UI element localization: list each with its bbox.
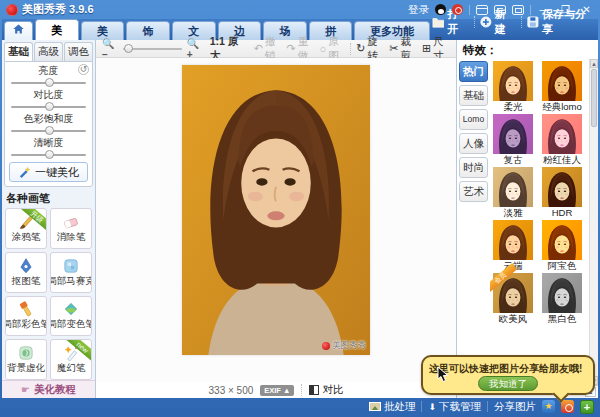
- category-fashion[interactable]: 时尚: [459, 157, 488, 178]
- tab-beautify[interactable]: 美化: [35, 19, 79, 40]
- beautify-tutorial-link[interactable]: ☛ 美化教程: [2, 380, 95, 398]
- category-lomo[interactable]: Lomo: [459, 109, 488, 130]
- tab-home[interactable]: [4, 21, 33, 40]
- tab-advanced[interactable]: 高级: [34, 42, 63, 61]
- divider: [301, 384, 302, 396]
- sharpness-label: 清晰度: [9, 136, 88, 150]
- weibo-share-icon[interactable]: [561, 400, 574, 413]
- qq-icon[interactable]: [435, 4, 446, 15]
- effect-western-style[interactable]: 会员 欧美风: [493, 273, 533, 325]
- zoom-in-icon[interactable]: 🔍+: [187, 38, 203, 60]
- cutout-pen-icon: [17, 257, 35, 275]
- scrollbar-thumb[interactable]: [591, 69, 597, 127]
- got-it-button[interactable]: 我知道了: [478, 376, 538, 391]
- sharpness-slider[interactable]: [11, 150, 86, 159]
- redo-icon: ↷: [287, 42, 296, 55]
- effect-thumbnail: [493, 167, 533, 207]
- add-share-target-button[interactable]: +: [580, 400, 594, 414]
- category-portrait[interactable]: 人像: [459, 133, 488, 154]
- saturation-slider[interactable]: [11, 126, 86, 135]
- effect-classic-lomo[interactable]: 经典lomo: [542, 61, 582, 113]
- app-logo-icon: [6, 4, 18, 16]
- share-image-button[interactable]: 分享图片: [494, 400, 536, 414]
- brush-mosaic[interactable]: 局部马赛克: [50, 252, 92, 293]
- brush-grid: 升级 涂鸦笔 消除笔 抠图笔 局部马赛克 局部: [2, 208, 95, 380]
- one-key-beautify-button[interactable]: 一键美化: [9, 162, 88, 182]
- effect-hdr[interactable]: HDR: [542, 167, 582, 219]
- slider-knob[interactable]: [45, 78, 54, 87]
- adjust-panel: 基础 高级 调色 ↺ 亮度 对比度 色彩饱和度 清晰: [2, 40, 96, 398]
- effects-scrollbar[interactable]: ▲ ▼: [589, 59, 598, 385]
- slider-knob[interactable]: [45, 150, 54, 159]
- batch-process-button[interactable]: 批处理: [369, 400, 416, 414]
- brush-local-color-pen[interactable]: 局部彩色笔: [5, 296, 47, 337]
- effect-vintage[interactable]: 复古: [493, 114, 533, 166]
- brush-recolor-pen[interactable]: 局部变色笔: [50, 296, 92, 337]
- zoom-slider[interactable]: [123, 44, 182, 53]
- slider-knob[interactable]: [45, 102, 54, 111]
- qzone-icon[interactable]: ★: [542, 400, 555, 413]
- color-brush-icon: [17, 300, 35, 318]
- canvas-toolbar: 🔍− 🔍+ 1:1 原大 ↶撤销 ↷重做 ○原图 ↻旋转 ✂裁剪 ⊞尺寸: [96, 40, 456, 58]
- effect-black-white[interactable]: 黑白色: [542, 273, 582, 325]
- brightness-slider[interactable]: [11, 78, 86, 87]
- eraser-icon: [62, 213, 80, 231]
- zoom-out-icon[interactable]: 🔍−: [102, 38, 118, 60]
- feedback-icon[interactable]: [494, 5, 506, 15]
- category-basic[interactable]: 基础: [459, 85, 488, 106]
- canvas-area: 🔍− 🔍+ 1:1 原大 ↶撤销 ↷重做 ○原图 ↻旋转 ✂裁剪 ⊞尺寸: [96, 40, 456, 398]
- photo[interactable]: 美图秀秀: [182, 65, 370, 355]
- contrast-slider[interactable]: [11, 102, 86, 111]
- save-share-button[interactable]: 保存与分享: [527, 7, 596, 37]
- window-mode-icon[interactable]: [512, 5, 524, 15]
- tab-tone[interactable]: 调色: [64, 42, 93, 61]
- home-icon: [12, 23, 25, 35]
- watermark-logo-icon: [322, 342, 330, 350]
- effect-pink-lady[interactable]: 粉红佳人: [542, 114, 582, 166]
- category-art[interactable]: 艺术: [459, 181, 488, 202]
- adjust-tabs: 基础 高级 调色: [2, 40, 95, 61]
- compare-button[interactable]: 对比: [309, 383, 343, 397]
- effect-abao-color[interactable]: 阿宝色: [542, 220, 582, 272]
- reset-icon[interactable]: ↺: [78, 64, 89, 75]
- exif-button[interactable]: EXIF ▲: [260, 385, 294, 396]
- watermark: 美图秀秀: [322, 340, 366, 352]
- effect-thumbnail: [542, 167, 582, 207]
- effect-thumbnail: [493, 61, 533, 101]
- plus-circle-icon: [480, 16, 492, 28]
- scroll-up-icon[interactable]: ▲: [590, 59, 598, 68]
- slider-knob[interactable]: [45, 126, 54, 135]
- category-hot[interactable]: 热门: [459, 61, 488, 82]
- effect-thumbnail: [542, 273, 582, 313]
- brush-eraser[interactable]: 消除笔: [50, 208, 92, 249]
- app-title: 美图秀秀 3.9.6: [22, 2, 94, 17]
- original-icon: ○: [320, 43, 327, 55]
- slider-group: ↺ 亮度 对比度 色彩饱和度 清晰度: [4, 61, 93, 187]
- canvas-info-bar: 333 × 500 EXIF ▲ 对比: [96, 382, 456, 398]
- hand-icon: ☛: [21, 384, 30, 395]
- brush-background-blur[interactable]: 背景虚化: [5, 339, 47, 380]
- effect-soft-light[interactable]: 柔光: [493, 61, 533, 113]
- effect-elegant[interactable]: 淡雅: [493, 167, 533, 219]
- tab-accessories[interactable]: 饰品: [126, 21, 170, 40]
- brush-magic-pen[interactable]: new 魔幻笔: [50, 339, 92, 380]
- divider: [521, 16, 522, 28]
- effects-panel: 特效： 热门 基础 Lomo 人像 时尚 艺术 柔光: [456, 40, 598, 398]
- effects-list: 柔光 经典lomo 复古 粉红佳人: [490, 59, 598, 385]
- divider: [487, 401, 488, 412]
- download-manager-button[interactable]: ⬇ 下载管理: [428, 400, 481, 414]
- tab-basic[interactable]: 基础: [4, 42, 33, 61]
- status-bar: 批处理 ⬇ 下载管理 分享图片 ★ +: [2, 398, 598, 415]
- image-dimensions: 333 × 500: [209, 385, 254, 396]
- paint-bucket-icon: [62, 300, 80, 318]
- login-link[interactable]: 登录: [408, 3, 429, 17]
- brush-cutout-pen[interactable]: 抠图笔: [5, 252, 47, 293]
- batch-icon: [369, 402, 381, 411]
- save-icon: [527, 16, 539, 28]
- brush-doodle-pen[interactable]: 升级 涂鸦笔: [5, 208, 47, 249]
- effect-thumbnail: [542, 114, 582, 154]
- zoom-knob[interactable]: [124, 44, 133, 53]
- effects-title: 特效：: [457, 40, 598, 59]
- skin-icon[interactable]: [476, 5, 488, 15]
- weibo-icon[interactable]: [452, 4, 463, 15]
